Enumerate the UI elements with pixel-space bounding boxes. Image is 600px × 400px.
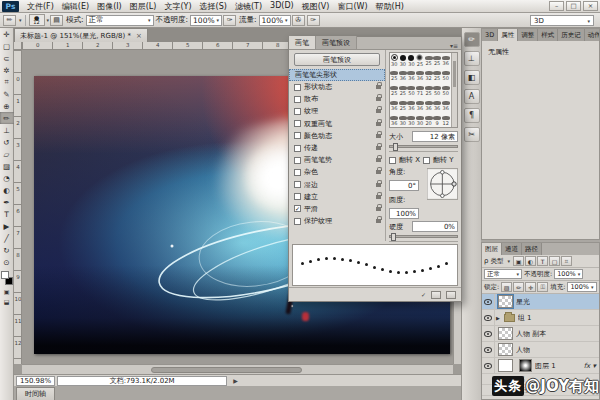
color-swatches[interactable] xyxy=(0,270,14,286)
rotate-view-tool[interactable]: ↻ xyxy=(0,244,14,256)
brush-tip[interactable]: 36 xyxy=(416,68,425,83)
layer-thumbnail[interactable] xyxy=(498,295,513,308)
tool-preset-icon[interactable]: ✏ xyxy=(3,15,16,26)
brush-option-形状动态[interactable]: 形状动态 xyxy=(289,81,385,93)
lasso-tool[interactable]: ⊂ xyxy=(0,52,14,64)
layer-blend-mode-select[interactable]: 正常▾ xyxy=(484,269,522,279)
tab-样式[interactable]: 样式 xyxy=(538,29,558,41)
brush-preset-picker[interactable]: ●12 xyxy=(29,14,45,26)
brush-tip[interactable]: 30 xyxy=(416,113,425,128)
size-input[interactable]: 12 像素 xyxy=(412,131,458,142)
visibility-toggle[interactable] xyxy=(482,326,495,341)
menu-item[interactable]: 文件(F) xyxy=(23,1,58,12)
dodge-tool[interactable]: ◐ xyxy=(0,184,14,196)
brush-tip[interactable]: 36 xyxy=(416,98,425,113)
brush-tip[interactable]: 30 xyxy=(399,53,408,68)
delete-brush-button[interactable] xyxy=(446,291,456,299)
checkbox[interactable] xyxy=(294,169,301,176)
brush-option-杂色[interactable]: 杂色 xyxy=(289,166,385,178)
blur-tool[interactable]: ◔ xyxy=(0,172,14,184)
brush-tip[interactable]: 30 xyxy=(407,113,416,128)
brush-tip[interactable]: 25 xyxy=(399,98,408,113)
checkbox[interactable] xyxy=(294,84,301,91)
brush-tip[interactable]: 50 xyxy=(433,83,442,98)
roundness-input[interactable]: 100% xyxy=(389,208,419,219)
brush-option-传递[interactable]: 传递 xyxy=(289,142,385,154)
hardness-input[interactable]: 0% xyxy=(412,221,458,232)
tab-调整[interactable]: 调整 xyxy=(518,29,538,41)
brush-tip[interactable]: 36 xyxy=(390,98,399,113)
checkbox[interactable]: ✓ xyxy=(294,205,301,212)
path-selection-tool[interactable]: ▶ xyxy=(0,220,14,232)
brush-tip[interactable]: 50 xyxy=(407,83,416,98)
layer-fill-input[interactable]: 100%▾ xyxy=(567,282,596,292)
brush-tip[interactable]: 36 xyxy=(407,68,416,83)
brush-tip[interactable]: 36 xyxy=(424,98,433,113)
brush-tip[interactable]: 25 xyxy=(399,83,408,98)
brush-grid-scrollbar[interactable] xyxy=(451,53,457,127)
hardness-slider[interactable] xyxy=(389,235,458,238)
checkbox[interactable] xyxy=(294,108,301,115)
brush-tip[interactable]: 25 xyxy=(416,53,425,68)
brush-tip[interactable]: 50 xyxy=(441,83,450,98)
brush-tip-grid[interactable]: 3030302525253625363636322550252550712550… xyxy=(389,52,458,128)
brush-tip[interactable]: 25 xyxy=(390,83,399,98)
workspace-select[interactable]: 3D▾ xyxy=(530,15,594,26)
brush-tip[interactable]: 71 xyxy=(416,83,425,98)
document-tab[interactable]: 未标题-1 @ 151%(星光, RGB/8) * × xyxy=(14,28,148,42)
visibility-toggle[interactable] xyxy=(482,310,495,325)
menu-item[interactable]: 图层(L) xyxy=(126,1,161,12)
menu-item[interactable]: 图像(I) xyxy=(93,1,126,12)
brush-tip[interactable]: 36 xyxy=(441,98,450,113)
close-button[interactable]: × xyxy=(583,1,598,11)
tab-动作[interactable]: 动作 xyxy=(585,29,599,41)
tab-3D[interactable]: 3D xyxy=(482,29,498,41)
brush-tip[interactable]: 25 xyxy=(433,68,442,83)
tab-图层[interactable]: 图层 xyxy=(482,243,502,255)
lock-position-icon[interactable]: ✛ xyxy=(525,282,536,292)
panel-menu-icon[interactable]: ▾≡ xyxy=(450,42,461,49)
brush-angle-widget[interactable] xyxy=(427,167,458,201)
brush-tip[interactable]: 25 xyxy=(433,53,442,68)
brush-tool[interactable]: ✏ xyxy=(0,112,14,124)
healing-brush-tool[interactable]: ⊕ xyxy=(0,100,14,112)
tab-历史记[interactable]: 历史记 xyxy=(558,29,585,41)
angle-input[interactable]: 0° xyxy=(389,180,419,191)
menu-item[interactable]: 窗口(W) xyxy=(333,1,371,12)
checkbox[interactable] xyxy=(294,193,301,200)
flip-x-checkbox[interactable] xyxy=(389,157,396,164)
paragraph-panel-icon[interactable]: ¶ xyxy=(464,108,480,123)
brush-tip[interactable]: 12 xyxy=(441,113,450,128)
checkbox[interactable] xyxy=(294,132,301,139)
brush-tip[interactable]: 32 xyxy=(424,68,433,83)
filter-smart-objects-icon[interactable]: ⌗ xyxy=(561,256,572,266)
foreground-color-swatch[interactable] xyxy=(1,271,9,279)
type-tool[interactable]: T xyxy=(0,208,14,220)
shape-tool[interactable]: ╱ xyxy=(0,232,14,244)
brush-option-双重画笔[interactable]: 双重画笔 xyxy=(289,118,385,130)
opacity-input[interactable]: 100%▾ xyxy=(190,15,222,26)
menu-item[interactable]: 滤镜(T) xyxy=(231,1,266,12)
menu-item[interactable]: 视图(V) xyxy=(298,1,334,12)
crop-tool[interactable]: ⌗ xyxy=(0,76,14,88)
menu-item[interactable]: 文字(Y) xyxy=(160,1,195,12)
layer-row[interactable]: 图层 1fx ▾ xyxy=(482,358,599,374)
pressure-opacity-icon[interactable]: ✑ xyxy=(223,15,236,26)
brush-tip[interactable]: 50 xyxy=(441,68,450,83)
eraser-tool[interactable]: ▱ xyxy=(0,148,14,160)
brush-panel-icon[interactable]: ✏ xyxy=(464,32,480,47)
brush-option-散布[interactable]: 散布 xyxy=(289,93,385,105)
layer-thumbnail[interactable] xyxy=(498,327,513,340)
brush-option-平滑[interactable]: ✓平滑 xyxy=(289,203,385,215)
zoom-level-input[interactable]: 150.98% xyxy=(16,376,55,386)
layer-thumbnail[interactable] xyxy=(498,343,513,356)
tab-路径[interactable]: 路径 xyxy=(522,243,542,255)
menu-item[interactable]: 帮助(H) xyxy=(372,1,408,12)
brush-tip[interactable]: 25 xyxy=(424,53,433,68)
brush-option-保护纹理[interactable]: 保护纹理 xyxy=(289,215,385,227)
checkbox[interactable] xyxy=(294,120,301,127)
move-tool[interactable]: ✛ xyxy=(0,28,14,40)
visibility-toggle[interactable] xyxy=(482,294,495,309)
visibility-toggle[interactable] xyxy=(482,358,495,373)
brush-tip[interactable]: 30 xyxy=(399,113,408,128)
